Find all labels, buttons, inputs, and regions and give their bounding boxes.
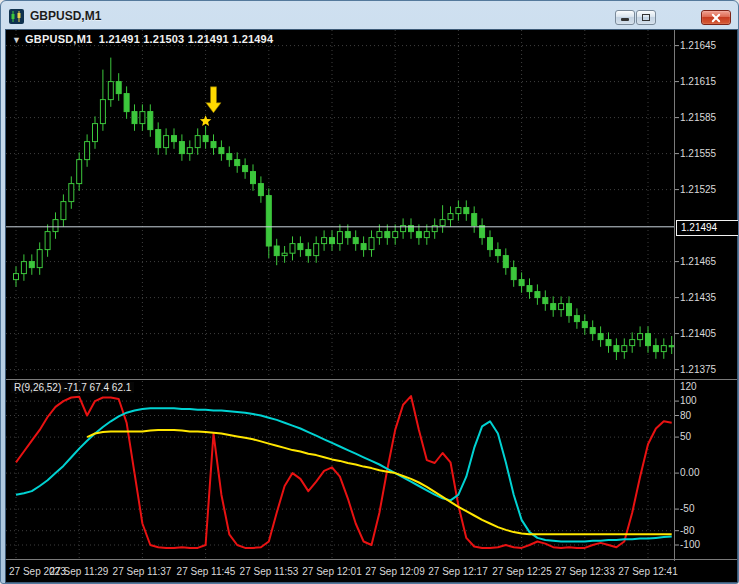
time-tick-label: 27 Sep 11:45 <box>177 566 236 577</box>
indicator-tick-label: -100 <box>680 539 700 550</box>
candlestick-chart-icon <box>9 9 24 24</box>
price-tick-label: 1.21585 <box>680 112 716 123</box>
indicator-tick-label: -50 <box>680 503 694 514</box>
price-tick-label: 1.21555 <box>680 148 716 159</box>
time-tick-label: 27 Sep 12:33 <box>555 566 615 577</box>
chart-client-area: ▼GBPUSD,M1 1.21491 1.21503 1.21491 1.214… <box>5 29 738 583</box>
indicator-tick-label: 100 <box>680 395 697 406</box>
price-tick-label: 1.21645 <box>680 40 716 51</box>
price-tick-label: 1.21435 <box>680 292 716 303</box>
chart-header: ▼GBPUSD,M1 1.21491 1.21503 1.21491 1.214… <box>12 33 273 45</box>
indicator-label: R(9,26,52) -71.7 67.4 62.1 <box>11 382 134 393</box>
indicator-tick-label: 50 <box>680 431 691 442</box>
time-tick-label: 27 Sep 12:25 <box>492 566 552 577</box>
indicator-tick-label: -80 <box>680 525 694 536</box>
current-price-box: 1.21494 <box>676 220 739 236</box>
maximize-button[interactable] <box>636 10 656 25</box>
indicator-tick-label: 0.00 <box>680 467 699 478</box>
chart-canvas[interactable]: ▼GBPUSD,M1 1.21491 1.21503 1.21491 1.214… <box>6 30 737 582</box>
window-title: GBPUSD,M1 <box>30 9 101 23</box>
price-tick-label: 1.21405 <box>680 328 716 339</box>
minimize-button[interactable] <box>615 10 635 25</box>
indicator-tick-label: 80 <box>680 410 691 421</box>
chart-symbol-period: GBPUSD,M1 <box>25 33 92 45</box>
time-tick-label: 27 Sep 12:41 <box>618 566 678 577</box>
indicator-tick-label: 120 <box>680 381 697 392</box>
chart-ohlc-values: 1.21491 1.21503 1.21491 1.21494 <box>99 33 273 45</box>
mt4-chart-window: GBPUSD,M1 ▼GBPUSD,M1 1.21491 1.21503 1.2… <box>0 0 739 584</box>
time-axis[interactable]: 27 Sep 202327 Sep 11:2927 Sep 11:3727 Se… <box>6 561 737 582</box>
price-tick-label: 1.21525 <box>680 184 716 195</box>
star-marker <box>200 115 211 126</box>
time-tick-label: 27 Sep 11:29 <box>50 566 109 577</box>
price-tick-label: 1.21615 <box>680 76 716 87</box>
price-and-indicator-plot[interactable] <box>6 30 737 582</box>
price-tick-label: 1.21465 <box>680 256 716 267</box>
time-tick-label: 27 Sep 12:09 <box>365 566 425 577</box>
chevron-down-icon[interactable]: ▼ <box>12 35 21 45</box>
time-tick-label: 27 Sep 11:53 <box>240 566 299 577</box>
price-tick-label: 1.21375 <box>680 364 716 375</box>
down-arrow-marker <box>206 87 221 113</box>
close-button[interactable] <box>701 10 731 25</box>
time-tick-label: 27 Sep 12:17 <box>428 566 488 577</box>
time-tick-label: 27 Sep 11:37 <box>113 566 172 577</box>
time-tick-label: 27 Sep 12:01 <box>302 566 362 577</box>
